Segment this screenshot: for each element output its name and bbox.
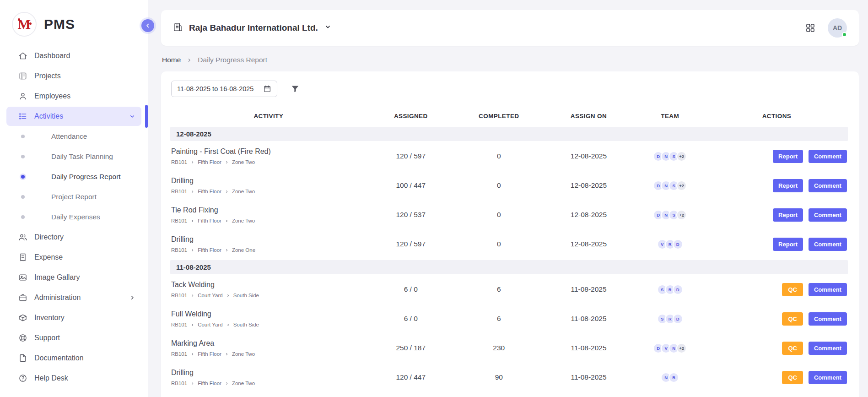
sidebar-subitem-project-report[interactable]: Project Report	[6, 187, 141, 207]
chevron-right-icon	[129, 294, 136, 301]
apps-grid-icon[interactable]	[805, 22, 816, 33]
sidebar-item-expense[interactable]: Expense	[6, 248, 141, 267]
breadcrumb: Home Daily Progress Report	[162, 56, 858, 64]
chevron-right-icon	[226, 294, 230, 298]
qc-button[interactable]: QC	[782, 371, 803, 384]
location-segment: Fifth Floor	[198, 189, 221, 194]
bullet-icon	[21, 215, 25, 219]
user-avatar[interactable]: AD	[828, 18, 847, 38]
sidebar-item-label: Documentation	[34, 354, 84, 362]
row-actions: ReportComment	[706, 208, 848, 222]
activity-name: Drilling	[171, 369, 367, 377]
breadcrumb-home[interactable]: Home	[162, 56, 181, 64]
sidebar-item-label: Image Gallary	[34, 273, 80, 282]
activity-row: DrillingRB101Fifth FloorZone One120 / 59…	[170, 230, 848, 259]
team-avatars: DNS+2	[634, 180, 706, 191]
column-header-completed: COMPLETED	[455, 113, 543, 120]
location-segment: RB101	[171, 322, 187, 327]
chevron-left-icon	[144, 22, 151, 29]
team-avatar: D	[673, 239, 683, 250]
activity-location-path: RB101Fifth FloorZone Two	[171, 381, 367, 386]
activity-location-path: RB101Fifth FloorZone One	[171, 247, 367, 253]
comment-button[interactable]: Comment	[809, 179, 847, 192]
sidebar-item-support[interactable]: Support	[6, 328, 141, 348]
location-segment: Fifth Floor	[198, 247, 221, 253]
sidebar-subitem-attendance[interactable]: Attendance	[6, 127, 141, 146]
comment-button[interactable]: Comment	[809, 208, 847, 222]
sidebar-collapse-button[interactable]	[141, 19, 154, 32]
chevron-right-icon	[190, 294, 194, 298]
comment-button[interactable]: Comment	[809, 312, 847, 326]
assign-on-value: 12-08-2025	[543, 240, 635, 248]
report-button[interactable]: Report	[773, 150, 803, 163]
activity-name: Marking Area	[171, 339, 367, 348]
filter-icon[interactable]	[290, 84, 300, 94]
sidebar-item-directory[interactable]: Directory	[6, 228, 141, 247]
sidebar-item-label: Dashboard	[34, 52, 70, 60]
location-segment: RB101	[171, 218, 187, 223]
chevron-down-icon	[129, 113, 136, 120]
sidebar-item-inventory[interactable]: Inventory	[6, 308, 141, 327]
assigned-value: 250 / 187	[367, 344, 455, 352]
comment-button[interactable]: Comment	[809, 371, 847, 384]
comment-button[interactable]: Comment	[809, 238, 847, 251]
breadcrumb-current: Daily Progress Report	[198, 56, 267, 64]
sidebar-item-documentation[interactable]: Documentation	[6, 348, 141, 368]
team-avatars: DNS+2	[634, 151, 706, 162]
activity-location-path: RB101Fifth FloorZone Two	[171, 189, 367, 194]
activity-name: Painting - First Coat (Fire Red)	[171, 147, 367, 156]
assigned-value: 120 / 597	[367, 240, 455, 248]
assign-on-value: 12-08-2025	[543, 211, 635, 219]
date-range-input[interactable]: 11-08-2025 to 16-08-2025	[171, 81, 277, 97]
chevron-right-icon	[190, 160, 194, 164]
chevron-right-icon	[225, 190, 229, 194]
sidebar-subitem-daily-task-planning[interactable]: Daily Task Planning	[6, 147, 141, 166]
location-segment: RB101	[171, 247, 187, 253]
report-button[interactable]: Report	[773, 208, 803, 222]
row-actions: QCComment	[706, 283, 848, 296]
activity-name: Tie Rod Fixing	[171, 206, 367, 214]
column-header-assign-on: ASSIGN ON	[543, 113, 635, 120]
sidebar-item-administration[interactable]: Administration	[6, 288, 141, 307]
location-segment: Fifth Floor	[198, 218, 221, 223]
comment-button[interactable]: Comment	[809, 150, 847, 163]
activity-row: DrillingRB101Fifth FloorZone Two120 / 44…	[170, 363, 848, 392]
qc-button[interactable]: QC	[782, 342, 803, 355]
comment-button[interactable]: Comment	[809, 342, 847, 355]
sidebar-subitem-label: Project Report	[51, 193, 97, 201]
home-icon	[18, 51, 27, 60]
team-avatars: SRD	[634, 314, 706, 324]
sidebar-subitem-daily-expenses[interactable]: Daily Expenses	[6, 207, 141, 227]
building-icon	[173, 22, 183, 34]
sidebar-item-image-gallary[interactable]: Image Gallary	[6, 268, 141, 287]
support-icon	[18, 333, 27, 343]
activity-name: Drilling	[171, 235, 367, 244]
sidebar-item-label: Projects	[34, 72, 61, 80]
completed-value: 0	[455, 211, 543, 219]
sidebar-item-dashboard[interactable]: Dashboard	[6, 46, 141, 65]
completed-value: 6	[455, 285, 543, 294]
location-segment: Zone Two	[232, 189, 255, 194]
qc-button[interactable]: QC	[782, 312, 803, 326]
table-header: ACTIVITYASSIGNEDCOMPLETEDASSIGN ONTEAMAC…	[170, 109, 848, 126]
online-status-dot	[842, 32, 847, 37]
team-more-badge: +2	[676, 151, 687, 162]
location-segment: Fifth Floor	[198, 381, 221, 386]
sidebar-item-label: Activities	[34, 112, 63, 120]
sidebar-item-help-desk[interactable]: Help Desk	[6, 369, 141, 388]
sidebar-nav: DashboardProjectsEmployeesActivitiesAtte…	[0, 46, 148, 388]
sidebar-subitem-daily-progress-report[interactable]: Daily Progress Report	[6, 167, 141, 186]
report-button[interactable]: Report	[773, 238, 803, 251]
sidebar-item-activities[interactable]: Activities	[6, 107, 141, 126]
sidebar-item-projects[interactable]: Projects	[6, 66, 141, 86]
sidebar-item-employees[interactable]: Employees	[6, 87, 141, 106]
company-selector[interactable]: Raja Bahadur International Ltd.	[173, 22, 332, 34]
qc-button[interactable]: QC	[782, 283, 803, 296]
completed-value: 0	[455, 240, 543, 248]
comment-button[interactable]: Comment	[809, 283, 847, 296]
help-icon	[18, 374, 27, 383]
sidebar-subitem-label: Daily Progress Report	[51, 173, 121, 181]
report-button[interactable]: Report	[773, 179, 803, 192]
activity-row: Tie Rod FixingRB101Fifth FloorZone Two12…	[170, 201, 848, 230]
chevron-right-icon	[186, 57, 192, 63]
